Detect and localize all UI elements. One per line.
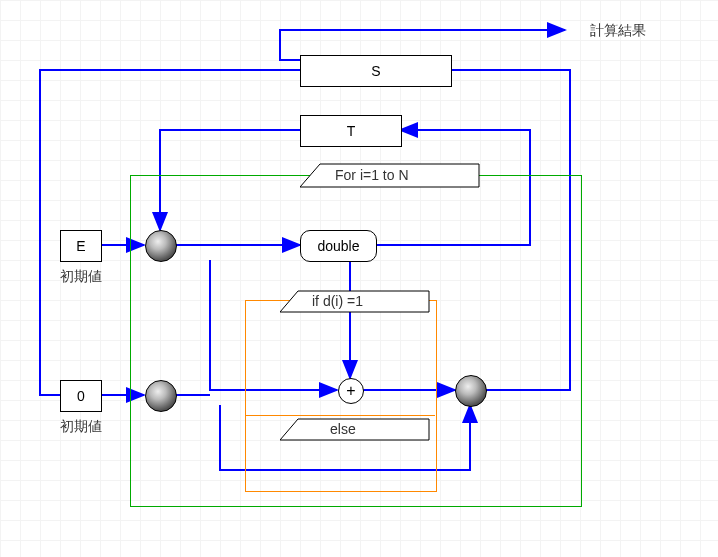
adder: + <box>338 378 364 404</box>
adder-label: + <box>346 383 355 399</box>
t-label: T <box>347 123 356 139</box>
s-register: S <box>300 55 452 87</box>
zero-label: 0 <box>77 388 85 404</box>
e-initial-label: 初期値 <box>60 268 102 286</box>
if-else-divider <box>245 415 435 416</box>
merge-bottom <box>145 380 177 412</box>
s-label: S <box>371 63 380 79</box>
zero-const: 0 <box>60 380 102 412</box>
for-header-text: For i=1 to N <box>335 167 409 183</box>
result-label: 計算結果 <box>590 22 646 40</box>
zero-initial-label: 初期値 <box>60 418 102 436</box>
merge-top <box>145 230 177 262</box>
merge-if-out <box>455 375 487 407</box>
else-header-text: else <box>330 421 356 437</box>
double-label: double <box>317 238 359 254</box>
e-label: E <box>76 238 85 254</box>
e-const: E <box>60 230 102 262</box>
double-op: double <box>300 230 377 262</box>
t-register: T <box>300 115 402 147</box>
if-header-text: if d(i) =1 <box>312 293 363 309</box>
